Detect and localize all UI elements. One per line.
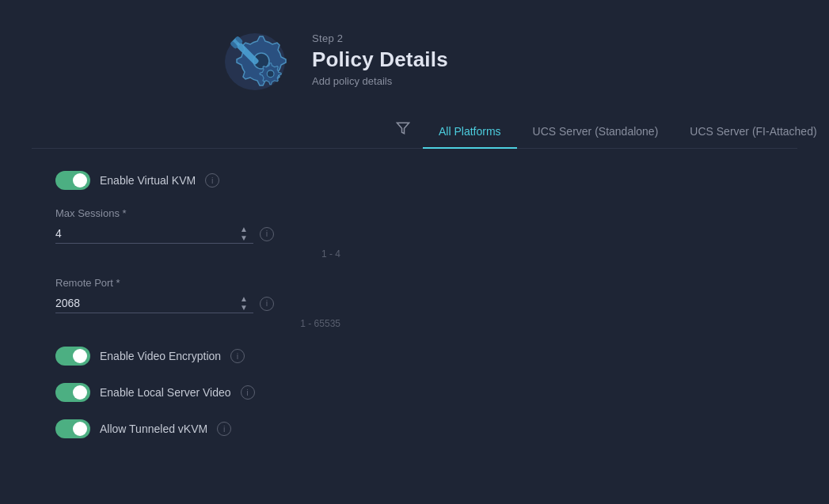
enable-virtual-kvm-row: Enable Virtual KVM i [55,171,797,190]
enable-local-server-video-label: Enable Local Server Video [100,386,231,399]
enable-video-encryption-info-icon[interactable]: i [230,349,245,363]
page-subtitle: Add policy details [312,75,448,87]
header-text: Step 2 Policy Details Add policy details [312,32,448,87]
max-sessions-group: Max Sessions * ▲ ▼ i 1 - 4 [55,207,340,260]
max-sessions-input[interactable] [55,224,253,244]
max-sessions-range: 1 - 4 [55,248,340,260]
page-title: Policy Details [312,47,448,72]
enable-local-server-video-toggle[interactable] [55,383,90,402]
remote-port-range: 1 - 65535 [55,318,340,329]
remote-port-down-btn[interactable]: ▼ [238,304,250,312]
remote-port-up-btn[interactable]: ▲ [238,295,250,303]
tab-ucs-fi-attached[interactable]: UCS Server (FI-Attached) [674,119,829,149]
policy-details-icon [222,24,293,95]
enable-video-encryption-label: Enable Video Encryption [100,350,221,362]
enable-local-server-video-info-icon[interactable]: i [241,385,255,400]
remote-port-spinner: ▲ ▼ [238,294,250,313]
remote-port-wrapper: ▲ ▼ [55,294,253,313]
max-sessions-label: Max Sessions * [55,207,340,219]
max-sessions-info-icon[interactable]: i [260,227,274,241]
allow-tunneled-vkvm-info-icon[interactable]: i [217,422,231,436]
remote-port-group: Remote Port * ▲ ▼ i 1 - 65535 [55,277,340,329]
enable-local-server-video-row: Enable Local Server Video i [55,383,797,402]
tab-all-platforms[interactable]: All Platforms [423,119,517,149]
remote-port-input[interactable] [55,294,253,313]
svg-marker-7 [397,123,409,134]
step-label: Step 2 [312,32,448,44]
max-sessions-up-btn[interactable]: ▲ [238,225,250,233]
enable-video-encryption-row: Enable Video Encryption i [55,347,797,366]
tab-ucs-standalone[interactable]: UCS Server (Standalone) [517,119,675,149]
filter-icon[interactable] [396,121,410,146]
tabs-section: All Platforms UCS Server (Standalone) UC… [32,119,797,149]
form-section: Enable Virtual KVM i Max Sessions * ▲ ▼ … [32,171,797,438]
remote-port-label: Remote Port * [55,277,340,289]
allow-tunneled-vkvm-toggle[interactable] [55,419,90,438]
enable-video-encryption-toggle[interactable] [55,347,90,366]
enable-virtual-kvm-toggle[interactable] [55,171,90,190]
svg-point-6 [267,70,274,78]
remote-port-input-row: ▲ ▼ i [55,294,340,313]
page-container: Step 2 Policy Details Add policy details… [0,0,829,462]
enable-virtual-kvm-label: Enable Virtual KVM [100,174,196,187]
header-section: Step 2 Policy Details Add policy details [32,24,797,95]
remote-port-info-icon[interactable]: i [260,297,274,311]
allow-tunneled-vkvm-row: Allow Tunneled vKVM i [55,419,797,438]
allow-tunneled-vkvm-label: Allow Tunneled vKVM [100,423,207,435]
max-sessions-down-btn[interactable]: ▼ [238,234,250,242]
max-sessions-spinner: ▲ ▼ [238,224,250,244]
max-sessions-wrapper: ▲ ▼ [55,224,253,244]
enable-virtual-kvm-info-icon[interactable]: i [205,173,219,188]
max-sessions-input-row: ▲ ▼ i [55,224,340,244]
